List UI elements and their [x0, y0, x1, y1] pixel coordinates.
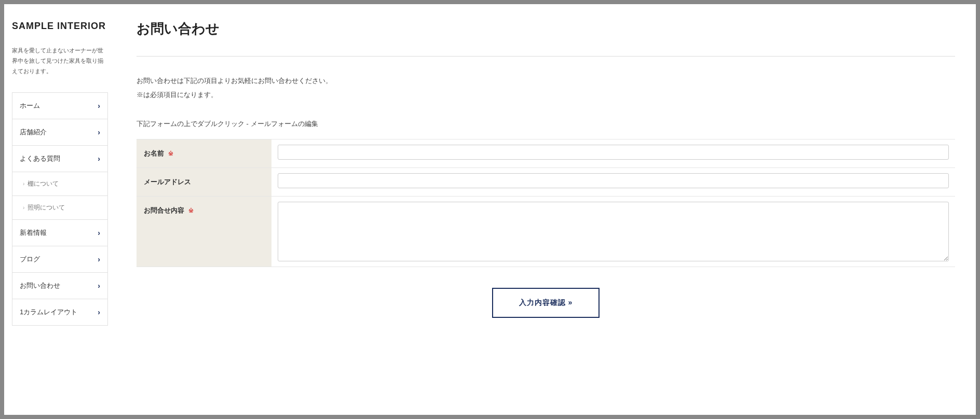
- nav-label: 1カラムレイアウト: [20, 308, 77, 317]
- nav-item-blog[interactable]: ブログ ›: [12, 246, 107, 273]
- nav-label: 店舗紹介: [20, 128, 47, 137]
- nav-label: 新着情報: [20, 228, 47, 238]
- label-text: お名前: [144, 149, 164, 157]
- site-title: SAMPLE INTERIOR: [12, 20, 108, 33]
- nav-label: よくある質問: [20, 154, 60, 163]
- nav-label: ホーム: [20, 101, 40, 110]
- sidebar: SAMPLE INTERIOR 家具を愛して止まないオーナーが世界中を旅して見つ…: [4, 4, 116, 415]
- chevron-right-icon: ›: [23, 181, 24, 187]
- intro-text: お問い合わせは下記の項目よりお気軽にお問い合わせください。 ※は必須項目になりま…: [137, 75, 955, 101]
- name-input-wrap: [271, 139, 955, 167]
- label-text: メールアドレス: [144, 178, 191, 186]
- chevron-right-icon: ›: [98, 282, 100, 290]
- nav-item-contact[interactable]: お問い合わせ ›: [12, 273, 107, 299]
- content-input-wrap: [271, 197, 955, 267]
- nav-subitem-lighting[interactable]: ›照明について: [12, 196, 107, 220]
- nav-label: お問い合わせ: [20, 281, 60, 290]
- confirm-button[interactable]: 入力内容確認 »: [492, 288, 600, 318]
- chevron-right-icon: ›: [98, 128, 100, 136]
- page-title: お問い合わせ: [137, 20, 955, 57]
- form-row-content: お問合せ内容 ※: [137, 197, 955, 267]
- intro-line1: お問い合わせは下記の項目よりお気軽にお問い合わせください。: [137, 75, 955, 87]
- chevron-right-icon: ›: [98, 255, 100, 263]
- chevron-right-icon: ›: [98, 308, 100, 316]
- contact-form: お名前 ※ メールアドレス お問合せ内容 ※: [137, 139, 955, 267]
- sidebar-nav: ホーム › 店舗紹介 › よくある質問 › ›棚について ›照明について 新着情…: [12, 92, 108, 326]
- label-text: お問合せ内容: [144, 206, 184, 214]
- nav-item-faq[interactable]: よくある質問 ›: [12, 146, 107, 172]
- nav-item-news[interactable]: 新着情報 ›: [12, 220, 107, 246]
- nav-item-home[interactable]: ホーム ›: [12, 93, 107, 119]
- nav-item-shop[interactable]: 店舗紹介 ›: [12, 119, 107, 146]
- main-content: お問い合わせ お問い合わせは下記の項目よりお気軽にお問い合わせください。 ※は必…: [116, 4, 976, 415]
- submit-wrap: 入力内容確認 »: [137, 288, 955, 318]
- required-mark: ※: [188, 207, 194, 214]
- name-input[interactable]: [278, 145, 949, 160]
- intro-line2: ※は必須項目になります。: [137, 89, 955, 101]
- required-mark: ※: [168, 150, 173, 157]
- email-input-wrap: [271, 168, 955, 196]
- chevron-right-icon: ›: [98, 229, 100, 237]
- name-label: お名前 ※: [137, 139, 271, 167]
- nav-label: 棚について: [28, 180, 59, 187]
- nav-subitem-shelves[interactable]: ›棚について: [12, 172, 107, 196]
- site-description: 家具を愛して止まないオーナーが世界中を旅して見つけた家具を取り揃えております。: [12, 46, 108, 76]
- chevron-right-icon: ›: [23, 205, 24, 211]
- email-label: メールアドレス: [137, 168, 271, 196]
- form-edit-hint: 下記フォームの上でダブルクリック - メールフォームの編集: [137, 119, 955, 129]
- form-row-email: メールアドレス: [137, 168, 955, 197]
- nav-item-onecolumn[interactable]: 1カラムレイアウト ›: [12, 299, 107, 326]
- content-label: お問合せ内容 ※: [137, 197, 271, 267]
- content-textarea[interactable]: [278, 202, 949, 261]
- nav-label: 照明について: [28, 204, 65, 211]
- nav-label: ブログ: [20, 255, 40, 264]
- chevron-right-icon: ›: [98, 155, 100, 163]
- email-input[interactable]: [278, 173, 949, 188]
- chevron-right-icon: ›: [98, 102, 100, 110]
- form-row-name: お名前 ※: [137, 139, 955, 168]
